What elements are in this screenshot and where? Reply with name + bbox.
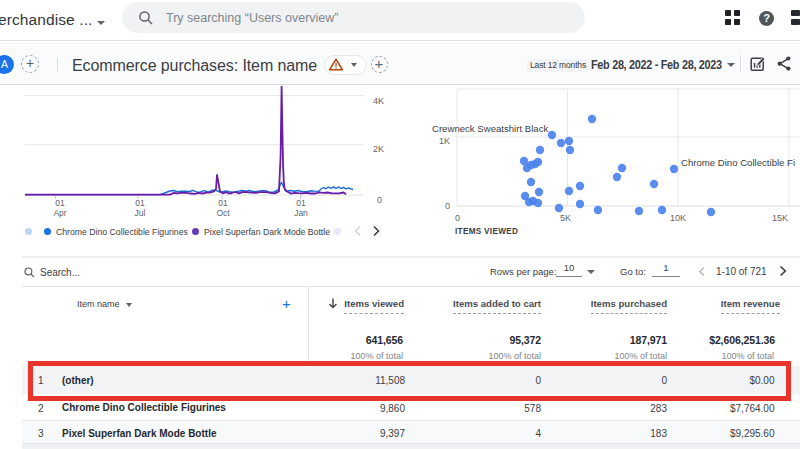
svg-text:1K: 1K bbox=[439, 136, 450, 146]
svg-text:0: 0 bbox=[445, 201, 450, 211]
svg-text:Chrome Dino Collectible Fi: Chrome Dino Collectible Fi bbox=[681, 157, 795, 168]
svg-text:Jul: Jul bbox=[135, 208, 146, 218]
svg-text:5K: 5K bbox=[560, 213, 571, 223]
svg-text:01: 01 bbox=[218, 198, 228, 208]
svg-text:2K: 2K bbox=[373, 144, 384, 154]
svg-text:0: 0 bbox=[455, 213, 460, 223]
svg-text:0: 0 bbox=[377, 195, 382, 205]
svg-text:01: 01 bbox=[296, 198, 306, 208]
svg-text:4K: 4K bbox=[373, 96, 384, 106]
svg-text:Crewneck Sweatshirt Black: Crewneck Sweatshirt Black bbox=[432, 123, 548, 134]
svg-text:01: 01 bbox=[135, 198, 145, 208]
svg-text:Oct: Oct bbox=[216, 208, 230, 218]
svg-text:Jan: Jan bbox=[294, 208, 308, 218]
svg-text:15K: 15K bbox=[772, 213, 788, 223]
svg-text:10K: 10K bbox=[670, 213, 686, 223]
svg-text:01: 01 bbox=[55, 198, 65, 208]
svg-text:ITEMS VIEWED: ITEMS VIEWED bbox=[455, 227, 518, 236]
svg-text:Apr: Apr bbox=[53, 208, 66, 218]
